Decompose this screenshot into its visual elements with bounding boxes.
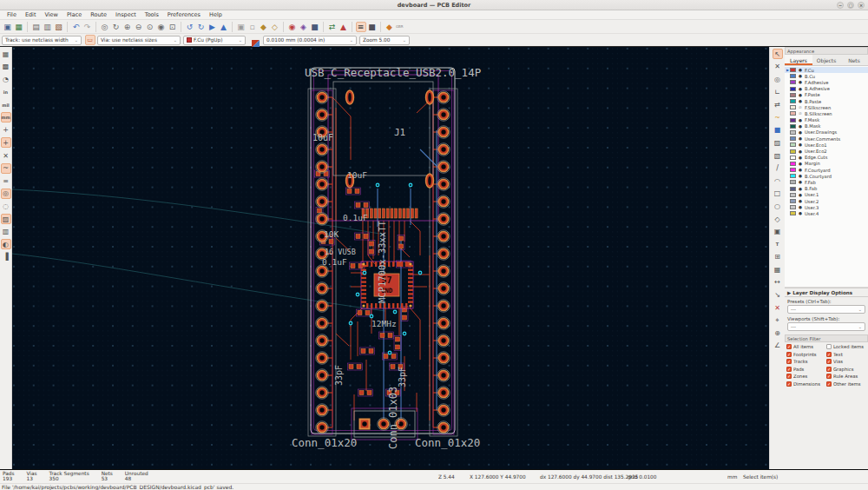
toggle-grid-overrides-icon[interactable]: ▩ <box>1 62 11 72</box>
delete-tool-icon[interactable]: ✕ <box>773 302 783 313</box>
layer-color-swatch[interactable] <box>790 105 796 109</box>
draw-rule-area-icon[interactable]: ▧ <box>773 150 783 161</box>
refresh-icon[interactable]: ↻ <box>111 22 122 32</box>
via-size-select[interactable]: Via: use netclass sizes⌄ <box>97 36 181 45</box>
layer-visible-icon[interactable]: ● <box>798 174 803 178</box>
layer-visible-icon[interactable]: ● <box>798 68 803 72</box>
layer-color-swatch[interactable] <box>790 130 796 135</box>
titlebar[interactable]: devboard — PCB Editor − ▢ × <box>0 0 868 10</box>
layer-visible-icon[interactable]: ● <box>798 118 803 122</box>
layer-color-swatch[interactable] <box>790 111 796 116</box>
layer-visible-icon[interactable]: ● <box>798 142 803 147</box>
filter-graphics[interactable]: ✓Graphics <box>826 367 866 372</box>
rotate-cw-icon[interactable]: ↻ <box>196 22 207 32</box>
menu-inspect[interactable]: Inspect <box>111 11 141 18</box>
draw-rectangle-icon[interactable]: □ <box>773 189 783 199</box>
layer-visible-icon[interactable]: ● <box>798 130 803 135</box>
layer-color-swatch[interactable] <box>790 205 796 209</box>
checkbox-checked[interactable]: ✓ <box>826 359 832 364</box>
layer-row-user-eco2[interactable]: ●User.Eco2 <box>785 148 868 154</box>
layer-row-user-3[interactable]: ●User.3 <box>785 204 868 210</box>
layer-color-swatch[interactable] <box>790 87 796 91</box>
layer-row-b-fab[interactable]: ●B.Fab <box>785 186 868 192</box>
filter-locked-items[interactable]: Locked items <box>826 344 866 349</box>
show-ratsnest-icon[interactable]: ✕ <box>1 150 11 161</box>
units-mm-icon[interactable]: mm <box>1 112 11 122</box>
minimize-button[interactable]: − <box>837 2 844 9</box>
leader-icon[interactable]: ↘ <box>773 290 783 301</box>
checkbox-unchecked[interactable] <box>826 344 832 349</box>
checkbox-checked[interactable]: ✓ <box>826 352 832 357</box>
layer-row-user-comments[interactable]: ●User.Comments <box>785 136 868 142</box>
layer-visible-icon[interactable]: ● <box>798 211 803 215</box>
layer-visible-icon[interactable]: ● <box>798 74 803 78</box>
lock-icon[interactable]: ◆ <box>259 22 269 32</box>
layer-row-user-drawings[interactable]: ●User.Drawings <box>785 129 868 136</box>
toggle-grid-icon[interactable]: ▦ <box>1 49 11 59</box>
layer-color-swatch[interactable] <box>790 124 796 129</box>
highlight-net-icon[interactable]: ◎ <box>773 74 783 84</box>
layer-color-swatch[interactable] <box>790 74 796 78</box>
draw-polygon-icon[interactable]: ◇ <box>773 214 783 224</box>
layer-row-f-silkscreen[interactable]: ⊘F.Silkscreen <box>785 104 868 110</box>
group-icon[interactable]: ▣ <box>236 22 247 32</box>
menu-view[interactable]: View <box>40 11 62 18</box>
draw-circle-icon[interactable]: ○ <box>773 201 783 211</box>
layer-row-b-cu[interactable]: ●B.Cu <box>785 73 868 79</box>
draw-textbox-icon[interactable]: ⊞ <box>773 252 783 262</box>
tab-nets[interactable]: Nets <box>840 55 868 65</box>
layer-visible-icon[interactable]: ● <box>798 180 803 184</box>
layer-visible-icon[interactable]: ● <box>798 162 803 166</box>
menu-route[interactable]: Route <box>86 11 111 18</box>
layer-visible-icon[interactable]: ● <box>798 156 803 160</box>
layer-pair-icon[interactable] <box>251 36 260 45</box>
redo-icon[interactable]: ↷ <box>82 22 93 32</box>
gerber-export-icon[interactable]: ◆ <box>385 22 395 32</box>
menu-preferences[interactable]: Preferences <box>163 11 205 18</box>
layer-row-f-courtyard[interactable]: ●F.Courtyard <box>785 167 868 173</box>
layer-row-f-cu[interactable]: ▶●F.Cu <box>785 67 868 73</box>
scripting-console-icon[interactable]: ≡ <box>356 22 366 32</box>
layer-color-swatch[interactable] <box>790 93 796 97</box>
layer-visible-icon[interactable]: ● <box>798 80 803 84</box>
measure-tool-icon[interactable]: ∠ <box>773 341 783 351</box>
zoom-fit-objects-icon[interactable]: ◉ <box>156 22 167 32</box>
layer-row-margin[interactable]: ●Margin <box>785 161 868 167</box>
layer-color-swatch[interactable] <box>790 118 796 122</box>
schematic-sync-check-icon[interactable]: ▲ <box>339 22 349 32</box>
layer-row-user-1[interactable]: ●User.1 <box>785 192 868 198</box>
filter-other-items[interactable]: ✓Other items <box>826 381 866 387</box>
cursor-full-crosshair-icon[interactable]: + <box>1 137 11 148</box>
filter-footprints[interactable]: ✓Footprints <box>786 352 826 357</box>
filter-dimensions[interactable]: ✓Dimensions <box>786 381 826 387</box>
local-ratsnest-icon[interactable]: ✕ <box>773 62 783 72</box>
layer-row-edge-cuts[interactable]: ●Edge.Cuts <box>785 155 868 161</box>
maximize-button[interactable]: ▢ <box>847 2 854 9</box>
layer-color-swatch[interactable] <box>790 211 796 215</box>
layer-color-swatch[interactable] <box>790 162 796 166</box>
filter-zones[interactable]: ✓Zones <box>786 374 826 379</box>
checkbox-checked[interactable]: ✓ <box>786 367 792 372</box>
footprint-editor-icon[interactable]: ◈ <box>299 22 309 32</box>
zoom-in-icon[interactable]: ⊕ <box>122 22 133 32</box>
plot-icon[interactable]: ▧ <box>54 22 64 32</box>
zoom-out-icon[interactable]: ⊖ <box>134 22 144 32</box>
tab-objects[interactable]: Objects <box>812 55 840 65</box>
dimension-icon[interactable]: ↔ <box>773 277 783 288</box>
route-single-track-icon[interactable]: ∟ <box>773 87 783 97</box>
layer-color-swatch[interactable] <box>790 136 796 141</box>
layer-row-b-paste[interactable]: ●B.Paste <box>785 98 868 104</box>
layer-color-swatch[interactable] <box>790 80 796 84</box>
filter-pads[interactable]: ✓Pads <box>786 367 826 372</box>
layer-color-swatch[interactable] <box>790 168 796 172</box>
layer-visible-icon[interactable]: ● <box>798 99 803 103</box>
zoom-fit-icon[interactable]: ⊙ <box>145 22 155 32</box>
zoom-selection-icon[interactable]: ⊡ <box>168 22 178 32</box>
units-inches-icon[interactable]: in <box>1 87 11 97</box>
filter-rule-areas[interactable]: ✓Rule Areas <box>826 374 866 379</box>
rotate-ccw-icon[interactable]: ↺ <box>185 22 195 32</box>
grid-select[interactable]: 0.0100 mm (0.0004 in)⌄ <box>263 36 357 45</box>
layer-color-swatch[interactable] <box>790 149 796 154</box>
layer-hidden-icon[interactable]: ⊘ <box>798 105 803 109</box>
layer-row-user-4[interactable]: ●User.4 <box>785 210 868 216</box>
